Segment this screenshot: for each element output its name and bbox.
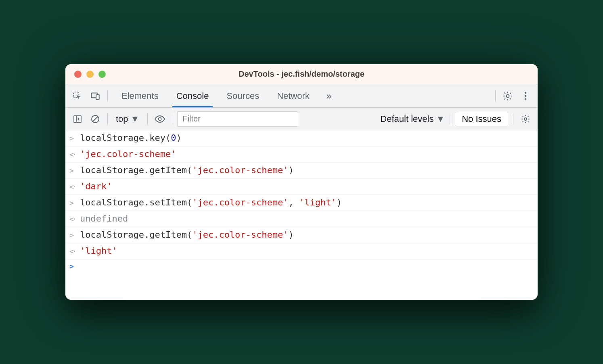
- chevron-down-icon: ▼: [436, 114, 445, 124]
- filter-input[interactable]: [177, 111, 298, 127]
- more-tabs-icon[interactable]: »: [322, 89, 336, 103]
- divider: [450, 113, 450, 125]
- window-title: DevTools - jec.fish/demo/storage: [65, 69, 538, 79]
- code-text: localStorage.key(0): [80, 133, 182, 143]
- console-output-row: undefined: [65, 211, 538, 227]
- log-levels-selector[interactable]: Default levels ▼: [380, 114, 445, 124]
- divider: [147, 113, 148, 125]
- console-input-row: localStorage.getItem('jec.color-scheme'): [65, 227, 538, 243]
- console-input-row: localStorage.getItem('jec.color-scheme'): [65, 163, 538, 179]
- divider: [513, 113, 513, 125]
- svg-point-6: [525, 98, 527, 100]
- svg-point-10: [524, 118, 527, 120]
- tab-console[interactable]: Console: [168, 84, 218, 107]
- zoom-icon[interactable]: [98, 71, 106, 78]
- console-output-row: 'jec.color-scheme': [65, 146, 538, 163]
- window-padding: [65, 276, 538, 300]
- toggle-sidebar-icon[interactable]: [70, 112, 85, 126]
- code-text: localStorage.getItem('jec.color-scheme'): [80, 165, 294, 175]
- input-marker-icon: [69, 231, 80, 239]
- output-marker-icon: [69, 182, 80, 191]
- console-input-row: localStorage.key(0): [65, 130, 538, 146]
- tab-sources[interactable]: Sources: [218, 84, 268, 107]
- input-marker-icon: [69, 166, 80, 175]
- divider: [107, 113, 108, 125]
- tab-network[interactable]: Network: [268, 84, 318, 107]
- code-text: undefined: [80, 213, 128, 224]
- console-output-row: 'light': [65, 243, 538, 259]
- device-toolbar-icon[interactable]: [88, 89, 103, 103]
- chevron-down-icon: ▼: [131, 114, 140, 124]
- code-text: 'jec.color-scheme': [80, 149, 176, 159]
- svg-point-5: [525, 95, 527, 97]
- console-input-row: localStorage.setItem('jec.color-scheme',…: [65, 195, 538, 211]
- output-marker-icon: [69, 215, 80, 223]
- issues-button[interactable]: No Issues: [455, 112, 508, 126]
- input-marker-icon: [69, 199, 80, 207]
- svg-point-3: [507, 94, 509, 97]
- tabstrip: Elements Console Sources Network »: [65, 84, 538, 108]
- svg-point-9: [159, 117, 161, 120]
- traffic-lights: [74, 71, 106, 78]
- code-text: localStorage.getItem('jec.color-scheme'): [80, 230, 294, 240]
- kebab-menu-icon[interactable]: [518, 89, 533, 103]
- levels-label: Default levels: [380, 114, 433, 124]
- live-expression-icon[interactable]: [153, 112, 167, 126]
- close-icon[interactable]: [74, 71, 82, 78]
- input-marker-icon: [69, 134, 80, 142]
- divider: [172, 113, 172, 125]
- tab-elements[interactable]: Elements: [113, 84, 168, 107]
- context-label: top: [116, 114, 128, 124]
- svg-rect-7: [74, 116, 81, 122]
- output-marker-icon: [69, 247, 80, 255]
- divider: [495, 90, 496, 102]
- console-log[interactable]: localStorage.key(0)'jec.color-scheme'loc…: [65, 130, 538, 276]
- inspect-icon[interactable]: [70, 89, 85, 103]
- divider: [107, 90, 108, 102]
- console-output-row: 'dark': [65, 179, 538, 195]
- svg-rect-2: [96, 94, 99, 99]
- code-text: 'dark': [80, 181, 112, 191]
- prompt-marker-icon: [69, 262, 80, 270]
- minimize-icon[interactable]: [86, 71, 94, 78]
- output-marker-icon: [69, 150, 80, 159]
- code-text: 'light': [80, 246, 117, 256]
- devtools-window: DevTools - jec.fish/demo/storage Element…: [65, 64, 538, 300]
- svg-point-4: [525, 92, 527, 94]
- tabs: Elements Console Sources Network: [113, 84, 318, 107]
- context-selector[interactable]: top ▼: [113, 114, 142, 124]
- gear-icon[interactable]: [500, 89, 515, 103]
- code-text: localStorage.setItem('jec.color-scheme',…: [80, 197, 342, 207]
- console-settings-gear-icon[interactable]: [518, 112, 533, 126]
- titlebar: DevTools - jec.fish/demo/storage: [65, 64, 538, 84]
- console-toolbar: top ▼ Default levels ▼ No Issues: [65, 108, 538, 130]
- console-prompt-row[interactable]: [65, 259, 538, 276]
- clear-console-icon[interactable]: [88, 112, 103, 126]
